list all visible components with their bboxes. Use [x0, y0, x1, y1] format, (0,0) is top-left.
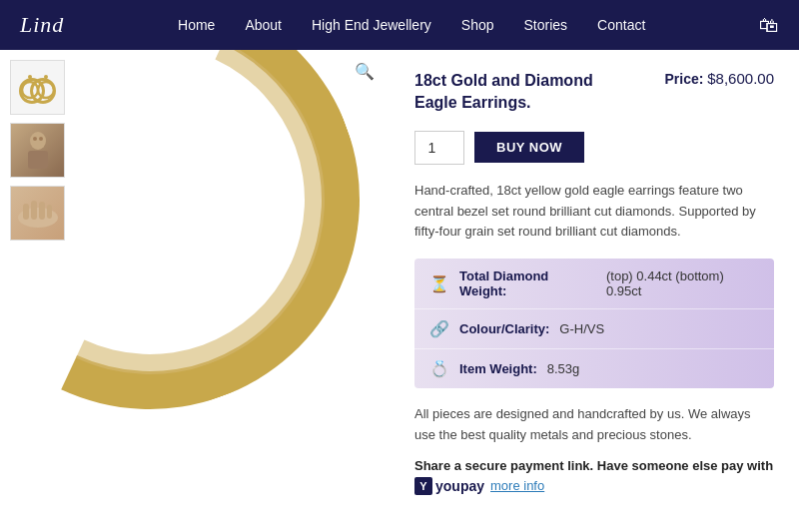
item-weight-icon: 💍 — [429, 359, 449, 378]
thumbnail-2[interactable] — [10, 123, 65, 178]
footer-description: All pieces are designed and handcrafted … — [414, 404, 774, 446]
price-section: Price: $8,600.00 — [664, 70, 774, 87]
svg-rect-13 — [39, 202, 45, 220]
payment-section: Share a secure payment link. Have someon… — [414, 458, 774, 495]
nav-link-jewellery[interactable]: High End Jewellery — [312, 17, 431, 33]
colour-clarity-icon: 🔗 — [429, 319, 449, 338]
nav-link-contact[interactable]: Contact — [597, 17, 645, 33]
nav-item-about[interactable]: About — [245, 17, 282, 33]
spec-row-diamond: ⏳ Total Diamond Weight: (top) 0.44ct (bo… — [414, 259, 774, 309]
youpay-logo: Y youpay — [414, 477, 484, 495]
youpay-y-icon: Y — [414, 477, 432, 495]
payment-text: Share a secure payment link. Have someon… — [414, 458, 773, 473]
nav-link-home[interactable]: Home — [178, 17, 215, 33]
nav-item-shop[interactable]: Shop — [461, 17, 494, 33]
zoom-icon[interactable]: 🔍 — [355, 62, 375, 81]
spec-label-diamond: Total Diamond Weight: — [459, 268, 596, 298]
youpay-you: you — [435, 478, 460, 494]
person-thumbnail-svg — [23, 131, 53, 171]
product-header: 18ct Gold and Diamond Eagle Earrings. Pr… — [414, 70, 774, 115]
spec-value-colour: G-H/VS — [559, 321, 604, 336]
svg-point-8 — [33, 137, 37, 141]
nav-link-stories[interactable]: Stories — [524, 17, 568, 33]
cart-icon[interactable]: 🛍 — [759, 14, 779, 37]
svg-rect-11 — [23, 204, 29, 220]
svg-point-6 — [30, 132, 46, 150]
spec-row-colour: 🔗 Colour/Clarity: G-H/VS — [414, 309, 774, 349]
svg-point-9 — [39, 137, 43, 141]
hand-thumbnail-svg — [13, 196, 63, 231]
buy-section: BUY NOW — [414, 131, 774, 165]
site-header: Lind Home About High End Jewellery Shop … — [0, 0, 799, 50]
thumbnail-list — [10, 60, 65, 241]
product-description: Hand-crafted, 18ct yellow gold eagle ear… — [414, 181, 774, 243]
spec-value-weight: 8.53g — [547, 361, 580, 376]
quantity-input[interactable] — [414, 131, 464, 165]
specs-container: ⏳ Total Diamond Weight: (top) 0.44ct (bo… — [414, 259, 774, 388]
svg-rect-7 — [28, 151, 48, 169]
svg-point-4 — [28, 75, 32, 79]
spec-label-colour: Colour/Clarity: — [459, 321, 549, 336]
thumbnail-3[interactable] — [10, 186, 65, 241]
price-label: Price: — [664, 71, 703, 87]
thumbnail-3-bg — [11, 187, 64, 240]
nav-list: Home About High End Jewellery Shop Stori… — [178, 17, 645, 33]
diamond-weight-icon: ⏳ — [429, 274, 449, 293]
product-info: 18ct Gold and Diamond Eagle Earrings. Pr… — [390, 50, 799, 532]
earrings-thumbnail-svg — [18, 68, 58, 108]
thumbnail-1[interactable] — [10, 60, 65, 115]
nav-item-home[interactable]: Home — [178, 17, 215, 33]
logo[interactable]: Lind — [20, 12, 64, 38]
spec-value-diamond: (top) 0.44ct (bottom) 0.95ct — [606, 268, 759, 298]
nav-item-stories[interactable]: Stories — [524, 17, 568, 33]
product-images: 🔍 — [0, 50, 390, 532]
nav-item-contact[interactable]: Contact — [597, 17, 645, 33]
product-title: 18ct Gold and Diamond Eagle Earrings. — [414, 70, 614, 115]
spec-label-weight: Item Weight: — [459, 361, 537, 376]
svg-point-5 — [44, 75, 48, 79]
main-nav: Home About High End Jewellery Shop Stori… — [178, 17, 645, 33]
price-value: $8,600.00 — [707, 70, 774, 87]
svg-rect-12 — [31, 201, 37, 220]
main-content: 🔍 18ct Gold and Diamond Eagle Earrings. … — [0, 50, 799, 532]
svg-rect-14 — [47, 205, 52, 219]
spec-row-weight: 💍 Item Weight: 8.53g — [414, 349, 774, 388]
youpay-pay: pay — [460, 478, 484, 494]
more-info-link[interactable]: more info — [490, 478, 544, 493]
svg-point-1 — [38, 82, 54, 98]
nav-item-jewellery[interactable]: High End Jewellery — [312, 17, 431, 33]
svg-point-0 — [22, 82, 38, 98]
buy-now-button[interactable]: BUY NOW — [474, 132, 584, 163]
nav-link-shop[interactable]: Shop — [461, 17, 494, 33]
youpay-label: youpay — [435, 478, 484, 494]
nav-link-about[interactable]: About — [245, 17, 282, 33]
thumbnail-2-bg — [11, 124, 64, 177]
youpay-row: Y youpay more info — [414, 477, 774, 495]
